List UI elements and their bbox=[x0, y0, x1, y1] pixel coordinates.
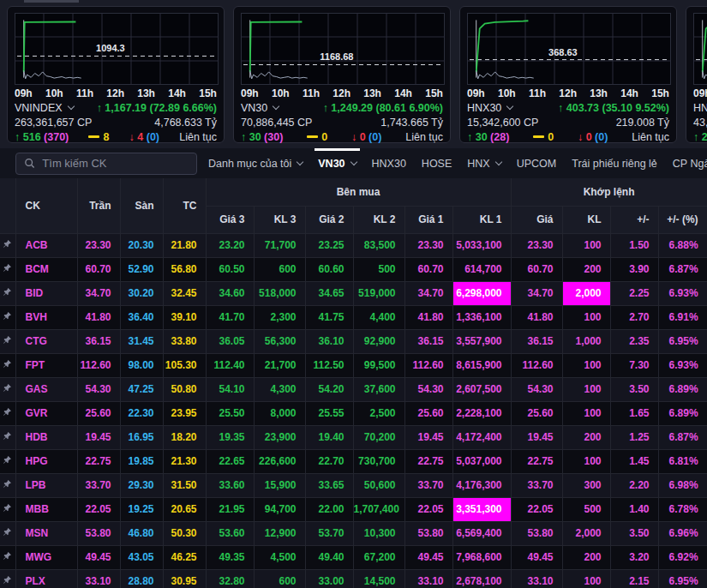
price-change-percent: 6.87% bbox=[658, 425, 707, 449]
decliners-count: ↓ 0 (0) bbox=[578, 131, 608, 143]
ticker-symbol[interactable]: GVR bbox=[15, 401, 77, 425]
pin-icon[interactable] bbox=[0, 353, 15, 377]
nav-tabs: Danh mục của tôiVN30HNX30HOSEHNXUPCOMTrá… bbox=[208, 148, 707, 178]
pin-glyph bbox=[3, 575, 12, 585]
tab-cp-ng-nh[interactable]: CP Ngành bbox=[673, 148, 707, 178]
ticker-symbol[interactable]: BID bbox=[15, 281, 77, 305]
pin-icon[interactable] bbox=[0, 569, 15, 588]
tab-upcom[interactable]: UPCOM bbox=[517, 148, 557, 178]
index-selector[interactable]: VNINDEX bbox=[15, 102, 74, 114]
ticker-symbol[interactable]: MBB bbox=[15, 497, 77, 521]
tab-hose[interactable]: HOSE bbox=[422, 148, 452, 178]
stock-row[interactable]: LPB33.7029.3031.5033.6015,90033.6550,600… bbox=[0, 473, 707, 497]
matched-price: 25.60 bbox=[511, 401, 562, 425]
pin-icon[interactable] bbox=[0, 257, 15, 281]
pin-icon[interactable] bbox=[0, 521, 15, 545]
ticker-symbol[interactable]: BCM bbox=[15, 257, 77, 281]
pin-icon[interactable] bbox=[0, 281, 15, 305]
matched-price: 112.60 bbox=[511, 353, 562, 377]
pin-icon[interactable] bbox=[0, 449, 15, 473]
ticker-symbol[interactable]: HPG bbox=[15, 449, 77, 473]
reference-price: 46.25 bbox=[163, 545, 206, 569]
ceiling-price: 19.45 bbox=[77, 425, 120, 449]
pin-icon[interactable] bbox=[0, 497, 15, 521]
stock-row[interactable]: BID34.7030.2032.4534.60518,00034.65519,0… bbox=[0, 281, 707, 305]
price-change-percent: 6.89% bbox=[658, 401, 707, 425]
pin-icon[interactable] bbox=[0, 545, 15, 569]
bid-volume-2: 50,600 bbox=[353, 473, 404, 497]
ceiling-price: 22.05 bbox=[77, 497, 120, 521]
ticker-symbol[interactable]: HDB bbox=[15, 425, 77, 449]
stock-row[interactable]: BCM60.7052.9056.8060.5060060.6050060.706… bbox=[0, 257, 707, 281]
ticker-symbol[interactable]: CTG bbox=[15, 329, 77, 353]
ticker-symbol[interactable]: LPB bbox=[15, 473, 77, 497]
reference-price: 32.45 bbox=[163, 281, 206, 305]
stock-row[interactable]: MWG49.4543.0546.2549.354,50049.4067,2004… bbox=[0, 545, 707, 569]
bid-price-2: 49.40 bbox=[305, 545, 353, 569]
tab-vn30[interactable]: VN30 bbox=[318, 148, 356, 178]
bid-price-3: 32.80 bbox=[206, 569, 254, 588]
ticker-symbol[interactable]: GAS bbox=[15, 377, 77, 401]
pin-icon[interactable] bbox=[0, 425, 15, 449]
matched-volume: 100 bbox=[562, 305, 610, 329]
ticker-symbol[interactable]: BVH bbox=[15, 305, 77, 329]
bid-price-2: 33.00 bbox=[305, 569, 353, 588]
index-selector[interactable]: VN30 bbox=[241, 102, 279, 114]
stock-row[interactable]: MSN53.8046.8050.3053.6012,90053.7010,300… bbox=[0, 521, 707, 545]
stock-row[interactable]: BVH41.8036.4039.1041.702,30041.754,40041… bbox=[0, 305, 707, 329]
bid-volume-3: 8,000 bbox=[254, 401, 305, 425]
stock-row[interactable]: ACB23.3020.3021.8023.2071,70023.2583,500… bbox=[0, 233, 707, 257]
ticker-symbol[interactable]: ACB bbox=[15, 233, 77, 257]
tab-hnx30[interactable]: HNX30 bbox=[372, 148, 406, 178]
reference-price: 50.30 bbox=[163, 521, 206, 545]
stock-row[interactable]: PLX33.1028.8030.9532.8060033.0014,50033.… bbox=[0, 569, 707, 588]
time-label: 10h bbox=[272, 87, 290, 100]
stock-row[interactable]: HPG22.7519.8521.3022.65226,60022.70730,7… bbox=[0, 449, 707, 473]
search-box[interactable] bbox=[15, 153, 197, 175]
my-watchlist-dropdown[interactable]: Danh mục của tôi bbox=[208, 148, 303, 178]
time-label: 14h bbox=[168, 87, 186, 100]
col-bid-vol-3: KL 3 bbox=[254, 206, 305, 233]
time-label: 11h bbox=[76, 87, 93, 100]
mini-chart: 1168.68 bbox=[241, 13, 445, 85]
ticker-symbol[interactable]: PLX bbox=[15, 569, 77, 588]
chevron-down-icon bbox=[350, 159, 356, 165]
time-label: 13h bbox=[590, 87, 608, 100]
index-total-value: 219.008 Tỷ bbox=[616, 117, 669, 129]
price-change: 3.50 bbox=[610, 377, 658, 401]
index-chart-panel: 1094.309h10h11h12h13h14h15hVNINDEX↑ 1,16… bbox=[7, 6, 225, 143]
reference-price: 18.20 bbox=[163, 425, 206, 449]
pin-icon[interactable] bbox=[0, 329, 15, 353]
stock-row[interactable]: GVR25.6022.3023.9525.508,00025.552,50025… bbox=[0, 401, 707, 425]
price-change: 1.25 bbox=[610, 425, 658, 449]
stock-row[interactable]: HDB19.4516.9518.2019.3523,90019.4070,200… bbox=[0, 425, 707, 449]
table-body: ACB23.3020.3021.8023.2071,70023.2583,500… bbox=[0, 233, 707, 588]
stock-row[interactable]: FPT112.6098.00105.30112.4021,700112.5099… bbox=[0, 353, 707, 377]
dash-icon bbox=[533, 135, 544, 138]
stock-row[interactable]: CTG36.1531.4533.8036.0556,30036.1092,900… bbox=[0, 329, 707, 353]
index-change: ↑ 1,249.29 (80.61 6.90%) bbox=[323, 102, 443, 114]
search-input[interactable] bbox=[42, 157, 189, 170]
index-selector[interactable]: HNX bbox=[693, 102, 707, 114]
bid-volume-1: 3,351,300 bbox=[452, 497, 511, 521]
ticker-symbol[interactable]: FPT bbox=[15, 353, 77, 377]
pin-icon[interactable] bbox=[0, 401, 15, 425]
ceiling-count: (370) bbox=[44, 131, 69, 143]
pin-icon[interactable] bbox=[0, 233, 15, 257]
stock-row[interactable]: GAS54.3047.2550.8054.104,30054.2037,6005… bbox=[0, 377, 707, 401]
chevron-down-icon bbox=[506, 103, 513, 110]
tab-tr-i-phi-u-ri-ng-l-[interactable]: Trái phiếu riêng lẻ bbox=[572, 148, 657, 178]
bid-volume-2: 92,900 bbox=[353, 329, 404, 353]
stock-row[interactable]: MBB22.0519.2520.6521.9594,70022.001,707,… bbox=[0, 497, 707, 521]
pin-icon[interactable] bbox=[0, 305, 15, 329]
pin-icon[interactable] bbox=[0, 473, 15, 497]
ticker-symbol[interactable]: MWG bbox=[15, 545, 77, 569]
tab-hnx[interactable]: HNX bbox=[467, 148, 500, 178]
bid-price-2: 19.40 bbox=[305, 425, 353, 449]
index-selector[interactable]: HNX30 bbox=[467, 102, 512, 114]
ceiling-price: 25.60 bbox=[77, 401, 120, 425]
pin-icon[interactable] bbox=[0, 377, 15, 401]
price-change-percent: 6.93% bbox=[658, 353, 707, 377]
bid-price-3: 34.60 bbox=[206, 281, 254, 305]
ticker-symbol[interactable]: MSN bbox=[15, 521, 77, 545]
